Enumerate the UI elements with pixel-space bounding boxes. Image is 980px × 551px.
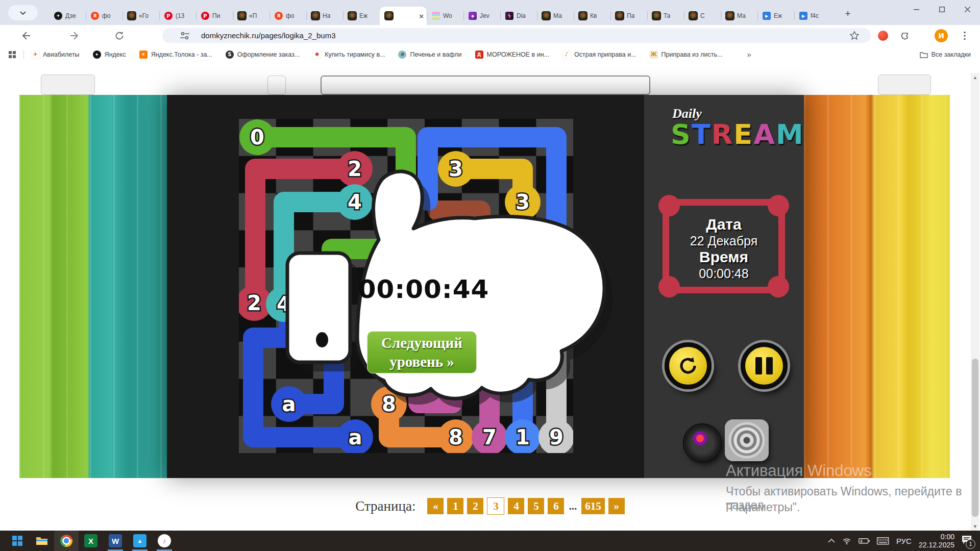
bookmarks-overflow-button[interactable]: » (747, 50, 751, 59)
site-favicon (652, 12, 660, 20)
back-button[interactable] (18, 28, 34, 43)
page-next-button[interactable]: » (608, 498, 625, 514)
tab[interactable]: Ма (721, 7, 757, 25)
bookmark-item[interactable]: Яндекс.Толока - за... (139, 51, 212, 59)
minimize-button[interactable] (903, 0, 929, 18)
start-button[interactable] (5, 531, 30, 551)
tab-active[interactable]: × (380, 7, 427, 25)
page-button-6[interactable]: 6 (548, 498, 564, 514)
page-partial-box (267, 76, 286, 95)
tab[interactable]: Ма (537, 7, 574, 25)
tab[interactable]: «П (233, 7, 270, 25)
excel-button[interactable]: X (79, 531, 103, 551)
time-value: 00:00:48 (669, 266, 778, 281)
word-button[interactable]: W (103, 531, 128, 551)
itunes-button[interactable]: ♪ (152, 531, 177, 551)
tab[interactable]: фо (86, 7, 122, 25)
bookmark-item[interactable]: Острая приправа и... (562, 51, 636, 59)
site-settings-icon[interactable] (180, 31, 190, 41)
endpoint-label: 2 (247, 291, 261, 315)
next-level-button[interactable]: Следующий уровень » (367, 331, 477, 373)
tab[interactable]: Dia (500, 7, 537, 25)
tab[interactable]: На (306, 7, 343, 25)
tab-search-chevron[interactable] (8, 5, 38, 20)
forward-button[interactable] (67, 28, 82, 43)
bookmark-star-icon[interactable] (849, 31, 860, 41)
browser-toolbar: domkyznechik.ru/pages/logika_2_bum3 И (0, 25, 980, 46)
scroll-down-arrow[interactable]: ▼ (971, 522, 979, 531)
all-bookmarks-button[interactable]: Все закладки (920, 51, 971, 58)
tab[interactable]: (13 (159, 7, 196, 25)
touch-keyboard-icon[interactable] (877, 537, 889, 545)
profile-avatar[interactable]: И (934, 29, 948, 43)
clock-date: 22.12.2025 (919, 541, 954, 549)
reload-button[interactable] (112, 28, 127, 43)
page-button-1[interactable]: 1 (447, 498, 463, 514)
page-partial-button-right[interactable] (878, 74, 931, 95)
bookmark-item[interactable]: Оформление заказ... (226, 51, 300, 59)
address-bar[interactable]: domkyznechik.ru/pages/logika_2_bum3 (162, 28, 871, 43)
taskbar-clock[interactable]: 0:00 22.12.2025 (919, 533, 954, 549)
action-center-button[interactable]: 1 (962, 535, 972, 546)
chrome-button[interactable] (54, 531, 79, 551)
blue-favicon (799, 12, 807, 20)
tab[interactable]: f4c (794, 7, 831, 25)
page-button-5[interactable]: 5 (528, 498, 544, 514)
bookmark-label: Яндекс.Толока - за... (151, 51, 212, 58)
bookmark-item[interactable]: Приправа из листь... (650, 51, 723, 59)
bookmark-label: Приправа из листь... (662, 51, 723, 58)
bookmark-label: Яндекс (105, 51, 126, 58)
bookmark-item[interactable]: МОРОЖЕНОЕ в ин... (475, 51, 550, 59)
tab[interactable]: Jev (463, 7, 500, 25)
tab[interactable]: Еж (757, 7, 794, 25)
extensions-puzzle-icon[interactable] (898, 29, 913, 43)
bookmark-item[interactable]: Авиабилеты (31, 51, 80, 59)
page-partial-input[interactable] (321, 76, 650, 95)
window-controls (903, 0, 980, 18)
scrollbar[interactable]: ▲ ▼ (971, 73, 979, 531)
close-button[interactable] (954, 0, 980, 18)
tab[interactable]: Та (647, 7, 684, 25)
menu-dots-icon[interactable] (958, 29, 972, 43)
tab[interactable]: Wo (427, 7, 463, 25)
language-indicator[interactable]: РУС (896, 537, 912, 545)
tab[interactable]: Па (610, 7, 647, 25)
tab-close-icon[interactable]: × (419, 12, 424, 20)
endpoint-label: 0 (250, 126, 264, 149)
page-button-615[interactable]: 615 (581, 498, 605, 514)
page-partial-button[interactable] (41, 74, 95, 95)
page-prev-button[interactable]: « (427, 498, 444, 514)
file-explorer-button[interactable] (30, 531, 54, 551)
bookmark-item[interactable]: Яндекс (93, 51, 126, 59)
hidden-icons-chevron[interactable] (828, 539, 835, 543)
tab[interactable]: С (684, 7, 721, 25)
apps-grid-icon[interactable] (8, 51, 16, 59)
tab[interactable]: Пи (196, 7, 233, 25)
delivery-favicon (475, 51, 483, 59)
speaker-icon[interactable] (725, 419, 769, 461)
maximize-button[interactable] (929, 0, 954, 18)
scrollbar-thumb[interactable] (972, 359, 978, 517)
endpoint-label: 7 (482, 425, 497, 449)
tab[interactable]: фо (270, 7, 306, 25)
pause-button[interactable] (741, 342, 788, 389)
scroll-up-arrow[interactable]: ▲ (971, 73, 979, 82)
battery-icon[interactable] (859, 538, 870, 544)
bookmark-item[interactable]: Печенье и вафли (398, 51, 461, 59)
page-button-4[interactable]: 4 (508, 498, 524, 514)
chrome-icon (60, 535, 72, 547)
page-button-3[interactable]: 3 (487, 497, 504, 515)
page-button-2[interactable]: 2 (467, 498, 483, 514)
sound-knob[interactable] (683, 423, 722, 462)
url-text[interactable]: domkyznechik.ru/pages/logika_2_bum3 (201, 31, 336, 40)
bookmark-item[interactable]: Купить тирамису в... (313, 51, 385, 59)
restart-button[interactable] (665, 342, 712, 389)
wifi-icon[interactable] (842, 537, 851, 544)
tab[interactable]: Дзе (49, 7, 86, 25)
photos-button[interactable]: ▲ (128, 531, 152, 551)
new-tab-button[interactable]: + (841, 7, 854, 20)
tab[interactable]: Еж (343, 7, 380, 25)
tab[interactable]: Кв (574, 7, 610, 25)
extension-icon[interactable] (876, 29, 890, 43)
tab[interactable]: «Го (122, 7, 159, 25)
